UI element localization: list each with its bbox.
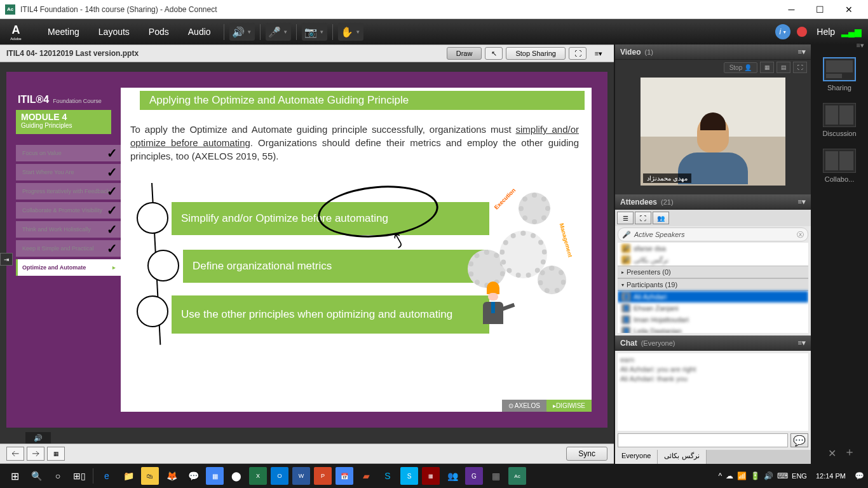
slide-body-text: To apply the Optimize and Automate guidi… [130, 123, 579, 163]
pointer-button[interactable]: ↖ [485, 47, 503, 60]
sidebar-expand-button[interactable]: ⇥ [0, 253, 13, 266]
stop-sharing-button[interactable]: Stop Sharing [506, 47, 566, 60]
maximize-button[interactable]: ☐ [806, 0, 834, 19]
slide-grid-button[interactable]: ▦ [47, 447, 65, 461]
taskbar-app-word[interactable]: W [292, 467, 310, 485]
tray-overflow[interactable]: ^ [718, 471, 722, 480]
attendee-view-list[interactable]: ☰ [617, 212, 634, 224]
record-indicator[interactable] [797, 27, 807, 37]
raise-hand-toggle[interactable]: ✋▼ [338, 23, 363, 41]
rail-menu-icon[interactable]: ≡▾ [857, 41, 864, 50]
layout-discussion[interactable]: Discussion [820, 103, 858, 137]
taskbar-app-onenote[interactable]: G [465, 467, 483, 485]
prev-slide-button[interactable]: 🡠 [6, 447, 24, 461]
menu-help[interactable]: Help [817, 27, 835, 37]
menu-pods[interactable]: Pods [139, 27, 179, 37]
speaker-row[interactable]: 🎤نرگس بكائى [618, 254, 808, 266]
video-grid-button[interactable]: ▦ [760, 62, 774, 73]
presenters-section[interactable]: ▸Presenters (0) [618, 266, 808, 278]
chat-input[interactable] [618, 433, 788, 447]
speaker-row[interactable]: 🎤sfarse dsa [618, 243, 808, 254]
taskbar-app-powerpoint[interactable]: P [314, 467, 332, 485]
sync-button[interactable]: Sync [566, 447, 607, 461]
video-pod-menu[interactable]: ≡▾ [798, 48, 806, 56]
close-active-speakers[interactable]: ⓧ [797, 230, 804, 240]
search-button[interactable]: 🔍 [27, 467, 45, 485]
chat-tab-private[interactable]: نرگس بكائى [658, 450, 706, 464]
participant-row[interactable]: 👤Ali Azhdari [618, 291, 808, 302]
taskbar-app-edge[interactable]: e [98, 467, 116, 485]
close-button[interactable]: ✕ [834, 0, 863, 19]
tray-language[interactable]: ENG [792, 472, 807, 480]
draw-button[interactable]: Draw [447, 47, 482, 60]
menu-audio[interactable]: Audio [179, 27, 220, 37]
active-speakers-bar: 🎤 Active Speakers ⓧ [618, 227, 808, 241]
person-graphic [477, 281, 509, 332]
task-view-button[interactable]: ⊞▯ [71, 467, 88, 485]
attendees-pod-menu[interactable]: ≡▾ [798, 198, 806, 206]
video-strip-button[interactable]: ▤ [776, 62, 790, 73]
speaker-toggle[interactable]: 🔊▼ [229, 23, 255, 41]
menu-layouts[interactable]: Layouts [89, 27, 139, 37]
video-stop-button[interactable]: Stop 👤 [724, 62, 757, 73]
taskbar-app-calendar[interactable]: 📅 [336, 467, 353, 485]
chat-send-button[interactable]: 💬 [790, 433, 808, 447]
app-menubar: A Adobe Meeting Layouts Pods Audio 🔊▼ 🎤▼… [0, 19, 868, 44]
taskbar-app-generic1[interactable]: ▦ [422, 467, 440, 485]
next-slide-button[interactable]: 🡢 [27, 447, 44, 461]
taskbar-app-whatsapp[interactable]: 💬 [184, 467, 202, 485]
taskbar-app-outlook[interactable]: O [271, 467, 288, 485]
start-button[interactable]: ⊞ [6, 467, 24, 485]
fullscreen-button[interactable]: ⛶ [569, 47, 587, 60]
cortana-button[interactable]: ○ [49, 467, 67, 485]
share-header: ITIL4 04- 12012019 Last version.pptx Dra… [0, 44, 614, 62]
tray-notifications-icon[interactable]: 💬 [855, 471, 864, 480]
attendee-view-status[interactable]: ⛶ [635, 212, 651, 224]
taskbar-app-meet[interactable]: ▦ [206, 467, 224, 485]
minimize-button[interactable]: ─ [777, 0, 806, 19]
nav-item: Progress Iteratively with Feedback✓ [16, 183, 121, 200]
participants-section[interactable]: ▾Participants (19) [618, 278, 808, 291]
participant-row[interactable]: 👤Ehsan Zanjani [618, 302, 808, 314]
info-button[interactable]: i▼ [775, 24, 790, 39]
window-titlebar: Ac ITIL4 Foundation - 14th course (Shari… [0, 0, 868, 19]
chat-pod-menu[interactable]: ≡▾ [798, 339, 806, 347]
tray-battery-icon[interactable]: 🔋 [750, 471, 760, 480]
video-frame[interactable]: مهدي محمدنژاد [641, 78, 785, 186]
pod-options-button[interactable]: ≡▾ [590, 47, 607, 60]
tray-wifi-icon[interactable]: 📶 [737, 471, 747, 480]
video-presenter-name: مهدي محمدنژاد [643, 173, 691, 183]
taskbar-app-excel[interactable]: X [249, 467, 267, 485]
layout-collaboration[interactable]: Collabo... [820, 149, 858, 183]
taskbar-app-anydesk[interactable]: ▰ [357, 467, 375, 485]
attendee-view-breakout[interactable]: 👥 [653, 212, 669, 224]
windows-taskbar: ⊞ 🔍 ○ ⊞▯ e 📁 🛍 🦊 💬 ▦ ⬤ X O W P 📅 ▰ S S ▦… [0, 464, 868, 488]
taskbar-app-firefox[interactable]: 🦊 [163, 467, 180, 485]
tray-keyboard-icon[interactable]: ⌨ [777, 471, 788, 480]
taskbar-app-skype[interactable]: S [379, 467, 397, 485]
layout-sharing[interactable]: Sharing [820, 57, 858, 92]
video-pod: Stop 👤 ▦ ▤ ⛶ مهدي محمدنژاد [615, 60, 811, 194]
video-fullscreen-button[interactable]: ⛶ [793, 62, 807, 73]
menu-meeting[interactable]: Meeting [38, 27, 89, 37]
chat-tab-everyone[interactable]: Everyone [615, 450, 658, 464]
mic-toggle[interactable]: 🎤▼ [266, 23, 291, 41]
participant-row[interactable]: 👤Leila Dastanian [618, 325, 808, 333]
taskbar-app-connect[interactable]: Ac [508, 467, 526, 485]
taskbar-app-teams[interactable]: 👥 [444, 467, 461, 485]
rail-add-button[interactable]: ＋ [844, 444, 855, 459]
nav-item: Collaborate & Promote Visibility✓ [16, 202, 121, 219]
taskbar-app-generic2[interactable]: ▦ [487, 467, 505, 485]
nav-item: Keep it Simple and Practical✓ [16, 240, 121, 257]
tray-volume-icon[interactable]: 🔊 [764, 471, 773, 480]
taskbar-app-skype2[interactable]: S [400, 467, 418, 485]
tray-clock[interactable]: 12:14 PM [816, 472, 846, 480]
tray-cloud-icon[interactable]: ☁ [726, 471, 733, 480]
taskbar-app-explorer[interactable]: 📁 [119, 467, 137, 485]
participant-row[interactable]: 👤Iman Hojattoudari [618, 314, 808, 325]
taskbar-app-store[interactable]: 🛍 [141, 467, 159, 485]
rail-close-button[interactable]: ✕ [828, 447, 836, 459]
webcam-toggle[interactable]: 📷▼ [302, 23, 327, 41]
chat-message-list[interactable]: earn Ali Azhdari: you are right Ali Azhd… [618, 353, 808, 431]
taskbar-app-chrome[interactable]: ⬤ [227, 467, 245, 485]
